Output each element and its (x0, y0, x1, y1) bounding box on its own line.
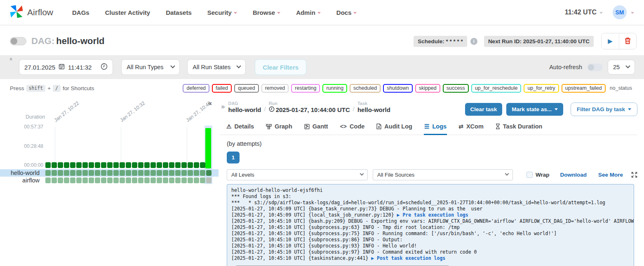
nav-item-dags[interactable]: DAGs (72, 9, 89, 16)
tab-gantt[interactable]: Gantt (304, 121, 329, 135)
task-instance-square[interactable] (113, 162, 119, 168)
tab-task-duration[interactable]: Task Duration (495, 121, 543, 135)
task-instance-square[interactable] (150, 162, 156, 168)
task-instance-square[interactable] (76, 170, 82, 176)
airflow-brand[interactable]: Airflow (9, 4, 53, 21)
see-more-link[interactable]: See More (598, 172, 623, 178)
task-instance-square[interactable] (52, 170, 57, 176)
state-badge-skipped[interactable]: skipped (415, 84, 440, 93)
breadcrumb-item-task[interactable]: Taskhello-world (357, 101, 390, 113)
task-instance-square[interactable] (169, 177, 174, 183)
task-instance-square[interactable] (82, 162, 88, 168)
task-instance-square[interactable] (89, 170, 94, 176)
download-link[interactable]: Download (560, 172, 587, 178)
task-instance-square[interactable] (169, 170, 174, 176)
task-instance-square[interactable] (95, 170, 100, 176)
nav-item-docs[interactable]: Docs (336, 9, 357, 16)
task-instance-square[interactable] (175, 177, 181, 183)
collapse-filters-icon[interactable]: « (8, 58, 14, 61)
task-instance-square[interactable] (70, 170, 75, 176)
task-instance-square[interactable] (144, 170, 150, 176)
task-instance-square[interactable] (58, 162, 63, 168)
task-instance-square[interactable] (200, 177, 205, 183)
task-instance-square[interactable] (188, 177, 193, 183)
task-instance-square[interactable] (107, 177, 113, 183)
task-instance-square[interactable] (126, 177, 131, 183)
tab-details[interactable]: ⚠Details (226, 121, 254, 135)
task-instance-square[interactable] (64, 177, 69, 183)
task-instance-square[interactable] (52, 162, 57, 168)
state-badge-removed[interactable]: removed (261, 84, 289, 93)
task-instance-square[interactable] (138, 177, 143, 183)
task-instance-square[interactable] (120, 170, 125, 176)
task-instance-square[interactable] (150, 170, 156, 176)
clear-filters-button[interactable]: Clear Filters (255, 59, 306, 75)
tab-code[interactable]: <>Code (340, 121, 365, 135)
task-instance-square-selected[interactable] (206, 177, 212, 183)
task-instance-square[interactable] (194, 177, 199, 183)
task-instance-square[interactable] (89, 162, 94, 168)
task-instance-square[interactable] (181, 162, 187, 168)
nav-item-cluster-activity[interactable]: Cluster Activity (105, 9, 150, 16)
task-instance-square[interactable] (188, 162, 193, 168)
task-instance-square[interactable] (144, 162, 150, 168)
mark-state-button[interactable]: Mark state as... (506, 103, 563, 116)
state-badge-upstream-failed[interactable]: upstream_failed (562, 84, 606, 93)
state-badge-deferred[interactable]: deferred (183, 84, 209, 93)
task-instance-square[interactable] (175, 162, 181, 168)
log-fold-link[interactable]: ▶ Post task execution logs (371, 255, 445, 261)
task-instance-square[interactable] (76, 177, 82, 183)
base-date-input[interactable]: 27.01.2025 11:41:32 (19, 59, 113, 75)
task-instance-square[interactable] (95, 162, 100, 168)
trigger-dag-button[interactable]: ▶ (602, 33, 619, 49)
task-instance-square[interactable] (181, 177, 187, 183)
task-instance-square[interactable] (70, 162, 75, 168)
task-instance-square[interactable] (113, 170, 119, 176)
page-size-select[interactable]: 25 (608, 60, 635, 75)
task-instance-square[interactable] (45, 170, 51, 176)
task-instance-square[interactable] (163, 177, 168, 183)
delete-dag-button[interactable] (619, 33, 636, 49)
task-instance-square[interactable] (175, 170, 181, 176)
wrap-checkbox[interactable] (526, 172, 533, 178)
task-instance-square[interactable] (101, 170, 106, 176)
state-badge-failed[interactable]: failed (212, 84, 232, 93)
expand-panel-icon[interactable]: » (221, 103, 225, 111)
task-instance-square-selected[interactable] (206, 170, 212, 176)
task-instance-square[interactable] (126, 170, 131, 176)
tab-logs[interactable]: ☰Logs (424, 121, 447, 135)
run-types-select[interactable]: All Run Types (121, 59, 180, 75)
state-badge-shutdown[interactable]: shutdown (383, 84, 413, 93)
state-badge-running[interactable]: running (322, 84, 347, 93)
tab-graph[interactable]: Graph (266, 121, 293, 135)
nav-item-admin[interactable]: Admin (296, 9, 321, 16)
state-badge-scheduled[interactable]: scheduled (350, 84, 381, 93)
nav-item-security[interactable]: Security (207, 9, 237, 16)
task-instance-square[interactable] (144, 177, 150, 183)
task-instance-square[interactable] (58, 170, 63, 176)
task-instance-square[interactable] (181, 170, 187, 176)
task-instance-square[interactable] (188, 170, 193, 176)
task-instance-square[interactable] (70, 177, 75, 183)
task-row-label[interactable]: hello-world (0, 170, 43, 176)
dag-pause-toggle[interactable] (10, 37, 26, 45)
run-states-select[interactable]: All Run States (187, 59, 246, 75)
task-instance-square[interactable] (101, 177, 106, 183)
task-instance-square[interactable] (194, 170, 199, 176)
task-instance-square[interactable] (157, 162, 162, 168)
task-instance-square[interactable] (45, 177, 51, 183)
task-instance-square[interactable] (138, 162, 143, 168)
task-instance-square[interactable] (107, 162, 113, 168)
state-badge-restarting[interactable]: restarting (291, 84, 320, 93)
task-instance-square[interactable] (107, 170, 113, 176)
task-instance-square[interactable] (150, 177, 156, 183)
nav-item-datasets[interactable]: Datasets (166, 9, 192, 16)
task-instance-square[interactable] (64, 162, 69, 168)
clear-task-button[interactable]: Clear task (465, 103, 503, 116)
nav-item-browse[interactable]: Browse (253, 9, 280, 16)
task-instance-square[interactable] (113, 177, 119, 183)
tab-audit-log[interactable]: Audit Log (376, 121, 413, 135)
task-instance-square[interactable] (101, 162, 106, 168)
task-instance-square[interactable] (157, 177, 162, 183)
task-instance-square[interactable] (163, 170, 168, 176)
